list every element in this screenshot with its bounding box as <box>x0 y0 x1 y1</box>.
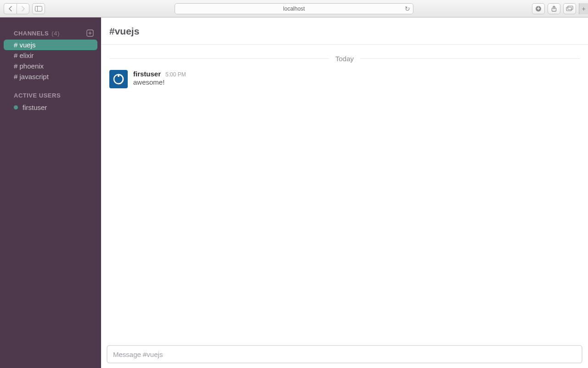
channel-label: # elixir <box>14 52 34 59</box>
sidebar-item-javascript[interactable]: # javascript <box>0 71 101 82</box>
presence-online-icon <box>14 105 18 109</box>
svg-rect-10 <box>118 74 119 77</box>
sidebar: CHANNELS (4) # vuejs # elixir # phoenix … <box>0 17 101 368</box>
channel-list: # vuejs # elixir # phoenix # javascript <box>0 40 101 82</box>
add-channel-icon[interactable] <box>86 29 94 37</box>
browser-toolbar: localhost ↻ + <box>0 0 588 17</box>
address-bar[interactable]: localhost ↻ <box>175 3 413 14</box>
avatar[interactable] <box>109 70 128 88</box>
channel-label: # phoenix <box>14 62 44 70</box>
message-input[interactable] <box>107 345 582 363</box>
main-panel: #vuejs Today firstuser 5:00 PM <box>101 17 588 368</box>
svg-rect-4 <box>566 7 571 11</box>
channel-header: #vuejs <box>101 17 588 45</box>
downloads-button[interactable] <box>532 3 545 14</box>
sidebar-item-vuejs[interactable]: # vuejs <box>4 40 97 50</box>
svg-rect-0 <box>35 6 42 11</box>
share-button[interactable] <box>548 3 560 14</box>
tabs-button[interactable] <box>563 3 576 14</box>
channels-title: CHANNELS <box>14 30 49 37</box>
new-tab-button[interactable]: + <box>579 3 588 14</box>
message-author[interactable]: firstuser <box>133 70 161 78</box>
channels-count: (4) <box>51 30 59 37</box>
date-divider: Today <box>109 55 580 63</box>
sidebar-item-elixir[interactable]: # elixir <box>0 50 101 61</box>
user-item[interactable]: firstuser <box>0 102 101 113</box>
active-users-header: ACTIVE USERS <box>0 88 101 102</box>
address-text: localhost <box>283 6 305 12</box>
channel-label: # vuejs <box>14 41 36 49</box>
nav-back-button[interactable] <box>4 3 17 14</box>
message-list[interactable]: Today firstuser 5:00 PM awesome! <box>101 45 588 340</box>
nav-forward-button[interactable] <box>17 3 29 14</box>
active-users-title: ACTIVE USERS <box>14 92 61 99</box>
message-time: 5:00 PM <box>165 71 186 78</box>
reload-icon[interactable]: ↻ <box>405 5 410 12</box>
channel-name: #vuejs <box>109 26 139 36</box>
composer <box>101 340 588 368</box>
channel-label: # javascript <box>14 73 49 80</box>
date-label: Today <box>329 55 360 63</box>
message: firstuser 5:00 PM awesome! <box>109 68 580 90</box>
sidebar-item-phoenix[interactable]: # phoenix <box>0 61 101 71</box>
user-name: firstuser <box>23 104 47 111</box>
channels-header: CHANNELS (4) <box>0 26 101 40</box>
svg-rect-5 <box>568 6 573 10</box>
sidebar-toggle-button[interactable] <box>32 3 45 14</box>
message-text: awesome! <box>133 78 580 86</box>
